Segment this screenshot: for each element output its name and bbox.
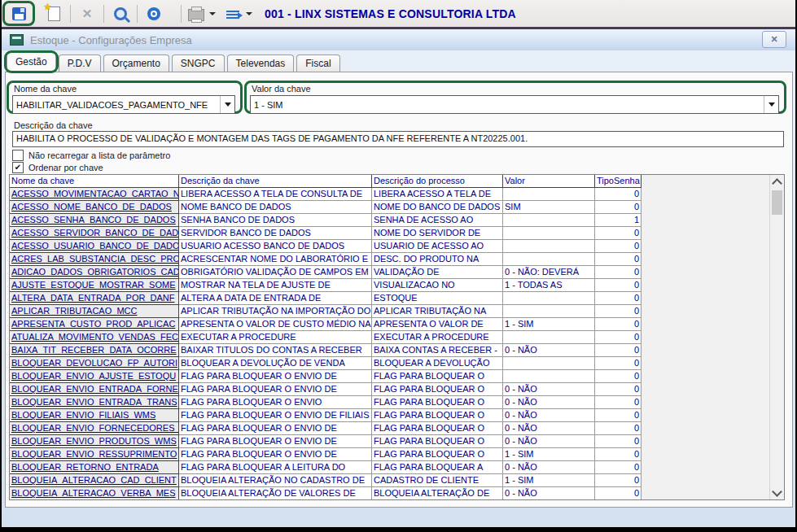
cell-descricao-da-chave[interactable]: FLAG PARA BLOQUEAR O ENVIO <box>179 396 372 409</box>
tab-orcamento[interactable]: Orçamento <box>103 55 169 72</box>
cell-descricao-do-processo[interactable]: FLAG PARA BLOQUEAR O <box>372 370 503 383</box>
cell-tipo-senha[interactable]: 0 <box>595 253 642 266</box>
cell-descricao-da-chave[interactable]: APLICAR TRIBUTAÇÃO NA IMPORTAÇÃO DO <box>179 305 372 318</box>
descricao-chave-field[interactable]: HABILITA O PROCESSO DE VALIDAÇÃO E MONTA… <box>12 131 784 147</box>
cell-descricao-da-chave[interactable]: FLAG PARA BLOQUEAR O ENVIO DE <box>179 370 372 383</box>
cell-descricao-do-processo[interactable]: FLAG PARA BLOQUEAR O <box>372 396 503 409</box>
cell-descricao-da-chave[interactable]: USUARIO ACESSO BANCO DE DADOS <box>179 240 372 253</box>
cell-tipo-senha[interactable]: 0 <box>595 370 642 383</box>
cell-nome-da-chave[interactable]: BLOQUEIA_ALTERACAO_CAD_CLIENT <box>10 474 179 487</box>
cell-descricao-da-chave[interactable]: SERVIDOR BANCO DE DADOS <box>179 227 372 240</box>
cell-tipo-senha[interactable]: 0 <box>595 279 642 292</box>
cell-nome-da-chave[interactable]: BLOQUEAR_ENVIO_ENTRADA_TRANS <box>10 396 179 409</box>
cell-descricao-do-processo[interactable]: BAIXA CONTAS A RECEBER - <box>372 344 503 357</box>
tab-pdv[interactable]: P.D.V <box>59 55 101 72</box>
tab-gestao[interactable]: Gestão <box>7 52 56 72</box>
table-row[interactable]: BLOQUEAR_DEVOLUCAO_FP_AUTORIBLOQUEAR A D… <box>10 357 770 370</box>
table-row[interactable]: BLOQUEAR_ENVIO_PRODUTOS_WMSFLAG PARA BLO… <box>10 435 770 448</box>
cell-valor[interactable]: 1 - SIM <box>503 448 595 461</box>
col-header-tipo-senha[interactable]: TipoSenha <box>595 175 642 188</box>
cell-nome-da-chave[interactable]: BLOQUEIA_ALTERACAO_VERBA_MES <box>10 487 179 499</box>
col-header-nome-da-chave[interactable]: Nome da chave <box>10 175 179 188</box>
cell-tipo-senha[interactable]: 0 <box>595 448 642 461</box>
scrollbar-thumb[interactable] <box>772 190 782 215</box>
cell-nome-da-chave[interactable]: ACESSO_MOVIMENTACAO_CARTAO_N <box>10 188 179 201</box>
cell-descricao-do-processo[interactable]: NOME DO SERVIDOR DE <box>372 227 503 240</box>
combo-arrow-button[interactable] <box>220 96 234 113</box>
cell-descricao-do-processo[interactable]: NOME DO BANCO DE DADOS <box>372 201 503 214</box>
cell-tipo-senha[interactable]: 0 <box>595 409 642 422</box>
cell-descricao-do-processo[interactable]: VALIDAÇÃO DE <box>372 266 503 279</box>
checkbox-checked-icon[interactable]: ✔ <box>12 162 24 173</box>
cell-nome-da-chave[interactable]: ACESSO_NOME_BANCO_DE_DADOS <box>10 201 179 214</box>
cell-nome-da-chave[interactable]: BLOQUEAR_ENVIO_FORNECEDORES_ <box>10 422 179 435</box>
cell-descricao-do-processo[interactable]: EXECUTAR A PROCEDURE <box>372 331 503 344</box>
cell-tipo-senha[interactable]: 0 <box>595 461 642 474</box>
checkbox-icon[interactable] <box>12 150 24 161</box>
tab-televendas[interactable]: Televendas <box>227 55 295 72</box>
cell-descricao-do-processo[interactable]: FLAG PARA BLOQUEAR O <box>372 435 503 448</box>
cell-nome-da-chave[interactable]: BAIXA_TIT_RECEBER_DATA_OCORRE <box>10 344 179 357</box>
cell-tipo-senha[interactable]: 0 <box>595 305 642 318</box>
cell-tipo-senha[interactable]: 0 <box>595 227 642 240</box>
print-dropdown-arrow-icon[interactable] <box>209 12 216 15</box>
cell-descricao-da-chave[interactable]: APRESENTA O VALOR DE CUSTO MÉDIO NA <box>179 318 372 331</box>
cell-valor[interactable]: 1 - SIM <box>503 318 595 331</box>
cell-nome-da-chave[interactable]: ATUALIZA_MOVIMENTO_VENDAS_FEC <box>10 331 179 344</box>
cell-valor[interactable]: 1 - TODAS AS <box>503 279 595 292</box>
cell-valor[interactable]: 0 - NÃO: DEVERÁ <box>503 266 595 279</box>
new-document-button[interactable]: ★ <box>42 3 65 24</box>
cell-descricao-do-processo[interactable]: USUARIO DE ACESSO AO <box>372 240 503 253</box>
valor-chave-combobox[interactable]: 1 - SIM <box>250 95 779 114</box>
combo-arrow-button[interactable] <box>764 96 778 113</box>
cell-valor[interactable]: 0 - NÃO <box>503 344 595 357</box>
cell-valor[interactable] <box>503 331 595 344</box>
cell-descricao-da-chave[interactable]: LIBERA ACESSO A TELA DE CONSULTA DE <box>179 188 372 201</box>
cell-descricao-do-processo[interactable]: APLICAR TRIBUTAÇÃO NA <box>372 305 503 318</box>
col-header-valor[interactable]: Valor <box>503 175 595 188</box>
cell-nome-da-chave[interactable]: BLOQUEAR_ENVIO_ENTRADA_FORNE <box>10 383 179 396</box>
delete-button[interactable]: ✕ <box>76 3 99 24</box>
table-row[interactable]: BLOQUEAR_ENVIO_ENTRADA_TRANSFLAG PARA BL… <box>10 396 770 409</box>
cell-descricao-do-processo[interactable]: VISUALIZACAO NO <box>372 279 503 292</box>
cell-nome-da-chave[interactable]: ACESSO_USUARIO_BANCO_DE_DADO <box>10 240 179 253</box>
cell-descricao-da-chave[interactable]: ACRESCENTAR NOME DO LABORATÓRIO E <box>179 253 372 266</box>
cell-valor[interactable] <box>503 253 595 266</box>
cell-descricao-da-chave[interactable]: OBRIGATÓRIO VALIDAÇÃO DE CAMPOS EM <box>179 266 372 279</box>
cell-nome-da-chave[interactable]: ACESSO_SENHA_BANCO_DE_DADOS <box>10 214 179 227</box>
cell-descricao-do-processo[interactable]: BLOQUEIA ALTERAÇÃO DE <box>372 487 503 499</box>
table-row[interactable]: BLOQUEAR_ENVIO_ENTRADA_FORNEFLAG PARA BL… <box>10 383 770 396</box>
cell-valor[interactable]: 0 - NÃO <box>503 422 595 435</box>
cell-tipo-senha[interactable]: 0 <box>595 292 642 305</box>
table-row[interactable]: ADICAO_DADOS_OBRIGATORIOS_CADOBRIGATÓRIO… <box>10 266 770 279</box>
cell-nome-da-chave[interactable]: ALTERA_DATA_ENTRADA_POR_DANF <box>10 292 179 305</box>
cell-descricao-do-processo[interactable]: FLAG PARA BLOQUEAR O <box>372 383 503 396</box>
search-button[interactable] <box>109 3 132 24</box>
cell-tipo-senha[interactable]: 0 <box>595 487 642 499</box>
cell-valor[interactable]: 0 - NÃO <box>503 435 595 448</box>
cell-descricao-do-processo[interactable]: CADASTRO DE CLIENTE <box>372 474 503 487</box>
cell-nome-da-chave[interactable]: BLOQUEAR_ENVIO_RESSUPRIMENTO <box>10 448 179 461</box>
cell-tipo-senha[interactable]: 0 <box>595 266 642 279</box>
cell-descricao-do-processo[interactable]: DESC. DO PRODUTO NA <box>372 253 503 266</box>
table-row[interactable]: AJUSTE_ESTOQUE_MOSTRAR_SOMEMOSTRAR NA TE… <box>10 279 770 292</box>
cell-valor[interactable] <box>503 357 595 370</box>
export-dropdown-arrow-icon[interactable] <box>246 12 252 15</box>
cell-descricao-da-chave[interactable]: EXECUTAR A PROCEDURE <box>179 331 372 344</box>
cell-nome-da-chave[interactable]: BLOQUEAR_ENVIO_PRODUTOS_WMS <box>10 435 179 448</box>
export-list-button[interactable] <box>223 3 243 24</box>
checkbox-ordenar-por-chave[interactable]: ✔ Ordenar por chave <box>12 162 103 173</box>
table-row[interactable]: BLOQUEAR_ENVIO_FILIAIS_WMSFLAG PARA BLOQ… <box>10 409 770 422</box>
cell-nome-da-chave[interactable]: ADICAO_DADOS_OBRIGATORIOS_CAD <box>10 266 179 279</box>
cell-tipo-senha[interactable]: 0 <box>595 240 642 253</box>
cell-descricao-da-chave[interactable]: FLAG PARA BLOQUEAR O ENVIO DE <box>179 448 372 461</box>
cell-descricao-da-chave[interactable]: MOSTRAR NA TELA DE AJUSTE DE <box>179 279 372 292</box>
cell-tipo-senha[interactable]: 0 <box>595 357 642 370</box>
col-header-descricao-da-chave[interactable]: Descrição da chave <box>179 175 372 188</box>
cell-nome-da-chave[interactable]: BLOQUEAR_RETORNO_ENTRADA <box>10 461 179 474</box>
checkbox-nao-recarregar[interactable]: Não recarregar a lista de parâmetro <box>12 150 170 161</box>
cell-descricao-da-chave[interactable]: NOME BANCO DE DADOS <box>179 201 372 214</box>
vertical-scrollbar[interactable] <box>769 175 784 499</box>
cell-descricao-do-processo[interactable]: APRESENTA O VALOR DE <box>372 318 503 331</box>
scroll-up-button[interactable] <box>770 175 784 188</box>
